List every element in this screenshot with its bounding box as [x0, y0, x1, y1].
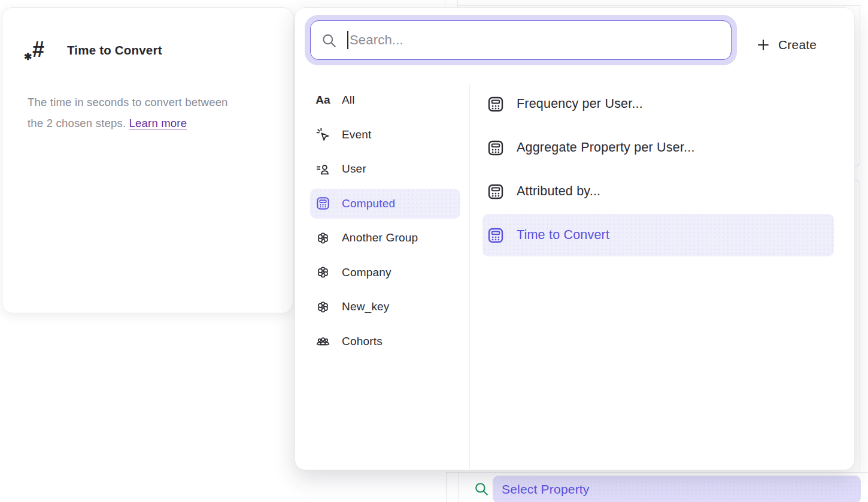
query-builder-row: Select Property — [446, 472, 868, 502]
calculator-icon — [487, 139, 505, 157]
category-another-group[interactable]: Another Group — [310, 223, 460, 253]
create-button-label: Create — [778, 38, 817, 52]
item-time-to-convert[interactable]: Time to Convert — [482, 214, 834, 256]
category-user[interactable]: User — [310, 154, 460, 184]
item-label: Time to Convert — [517, 228, 609, 243]
item-label: Aggregate Property per User... — [517, 140, 695, 155]
category-label: Cohorts — [342, 335, 383, 348]
text-cursor — [347, 31, 348, 49]
search-icon — [321, 32, 337, 49]
select-property-button[interactable]: Select Property — [493, 476, 861, 502]
category-label: New_key — [342, 300, 390, 313]
background-divider — [459, 473, 459, 502]
select-property-label: Select Property — [502, 482, 590, 497]
numeric-computed-icon: # ✱ — [26, 34, 54, 65]
hash-glyph: # — [32, 34, 44, 65]
plus-icon — [756, 38, 770, 52]
calculator-icon — [487, 95, 505, 113]
category-computed[interactable]: Computed — [310, 189, 460, 219]
group-icon — [315, 265, 330, 280]
item-aggregate-property-per-user[interactable]: Aggregate Property per User... — [482, 126, 834, 169]
create-button[interactable]: Create — [756, 38, 817, 52]
search-input[interactable]: Search... — [310, 20, 732, 60]
category-label: All — [342, 93, 355, 107]
category-label: Computed — [342, 197, 395, 210]
group-icon — [315, 231, 330, 246]
item-label: Attributed by... — [517, 184, 600, 199]
app-root: Select Property # ✱ Time to Convert The … — [0, 0, 868, 502]
category-company[interactable]: Company — [310, 258, 460, 288]
category-new-key[interactable]: New_key — [310, 292, 460, 322]
asterisk-glyph: ✱ — [24, 51, 32, 62]
cohorts-icon — [315, 334, 330, 349]
category-cohorts[interactable]: Cohorts — [310, 326, 460, 356]
group-icon — [315, 300, 330, 314]
learn-more-link[interactable]: Learn more — [129, 117, 187, 129]
search-focus-ring: Search... — [305, 15, 737, 65]
user-icon — [315, 162, 330, 177]
background-divider — [445, 0, 445, 6]
item-frequency-per-user[interactable]: Frequency per User... — [482, 83, 834, 125]
tooltip-description: The time in seconds to convert between t… — [28, 92, 267, 134]
text-format-icon: Aa — [315, 93, 330, 108]
item-label: Frequency per User... — [517, 96, 643, 111]
description-line2: the 2 chosen steps. — [28, 117, 129, 129]
calculator-icon — [487, 226, 505, 244]
category-label: Company — [342, 266, 391, 279]
calculator-icon — [315, 196, 330, 211]
category-label: User — [342, 162, 366, 176]
tooltip-title: Time to Convert — [67, 43, 162, 58]
calculator-icon — [487, 183, 505, 201]
item-attributed-by[interactable]: Attributed by... — [482, 170, 834, 213]
category-list: Aa All Event — [295, 85, 469, 361]
search-placeholder: Search... — [350, 32, 403, 48]
category-event[interactable]: Event — [310, 120, 460, 150]
computed-items-list: Frequency per User... Aggregate Property… — [470, 83, 854, 258]
search-icon — [474, 481, 489, 497]
category-label: Event — [342, 128, 372, 141]
category-all[interactable]: Aa All — [310, 85, 460, 115]
cursor-click-icon — [315, 127, 330, 142]
property-picker-dropdown: Search... Create Aa All — [295, 7, 855, 470]
description-line1: The time in seconds to convert between — [28, 96, 228, 108]
property-tooltip-card: # ✱ Time to Convert The time in seconds … — [2, 7, 293, 313]
category-label: Another Group — [342, 231, 418, 244]
